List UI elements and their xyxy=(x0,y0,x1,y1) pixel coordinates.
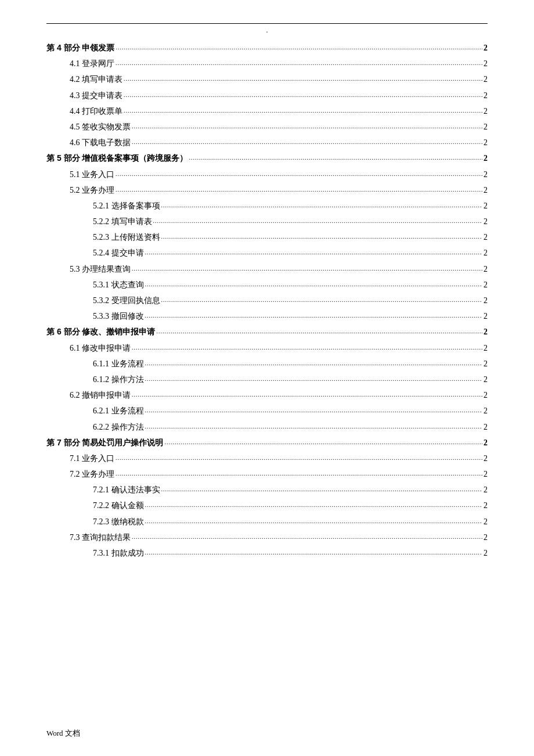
toc-item-label: 5.2.2 填写申请表 xyxy=(46,214,152,229)
toc-item-page: 2 xyxy=(484,214,488,229)
toc-item-label: 7.1 业务入口 xyxy=(46,451,114,466)
toc-item-label: 5.3.2 受理回执信息 xyxy=(46,293,160,308)
toc-dots xyxy=(132,343,482,353)
toc-item-page: 2 xyxy=(484,372,488,387)
toc-item-page: 2 xyxy=(484,388,488,402)
toc-item-label: 4.5 签收实物发票 xyxy=(46,120,131,134)
toc-item-page: 2 xyxy=(484,72,488,87)
toc-item: 7.3.1 扣款成功2 xyxy=(46,546,488,560)
toc-item-page: 2 xyxy=(484,183,488,197)
toc-item-page: 2 xyxy=(484,104,488,118)
toc-item: 4.3 提交申请表2 xyxy=(46,88,488,103)
dot-separator: . xyxy=(46,26,488,35)
toc-item-page: 2 xyxy=(484,120,488,134)
toc-dots xyxy=(116,42,482,53)
toc-item-label: 6.1 修改申报申请 xyxy=(46,341,131,355)
toc-item: 7.3 查询扣款结果2 xyxy=(46,530,488,545)
toc-item-page: 2 xyxy=(484,41,488,55)
toc-dots xyxy=(161,484,483,495)
toc-item: 7.2.1 确认违法事实2 xyxy=(46,483,488,497)
toc-dots xyxy=(116,58,482,69)
toc-item: 5.3 办理结果查询2 xyxy=(46,262,488,276)
toc-item-label: 5.2.3 上传附送资料 xyxy=(46,230,160,244)
toc-item-label: 6.2.2 操作方法 xyxy=(46,420,144,434)
toc-item-label: 4.3 提交申请表 xyxy=(46,88,122,103)
toc-item-label: 5.2 业务办理 xyxy=(46,183,114,197)
toc-dots xyxy=(116,185,482,195)
toc-item-page: 2 xyxy=(484,278,488,292)
toc-item-page: 2 xyxy=(484,88,488,103)
toc-item: 第 6 部分 修改、撤销申报申请2 xyxy=(46,325,488,339)
toc-dots xyxy=(145,358,483,369)
toc-item-label: 5.1 业务入口 xyxy=(46,167,114,182)
toc-item-page: 2 xyxy=(484,262,488,276)
toc-item: 4.4 打印收票单2 xyxy=(46,104,488,118)
toc-item-page: 2 xyxy=(484,357,488,371)
toc-dots xyxy=(132,390,482,400)
toc-dots xyxy=(145,374,483,384)
toc-item-page: 2 xyxy=(484,530,488,545)
toc-item-page: 2 xyxy=(484,151,488,165)
toc-item: 第 7 部分 简易处罚用户操作说明2 xyxy=(46,435,488,450)
toc-item-page: 2 xyxy=(484,498,488,513)
toc-item: 5.3.1 状态查询2 xyxy=(46,278,488,292)
toc-item-page: 2 xyxy=(484,341,488,355)
toc-item-page: 2 xyxy=(484,246,488,260)
toc-item-label: 7.2.1 确认违法事实 xyxy=(46,483,160,497)
toc-item-label: 第 7 部分 简易处罚用户操作说明 xyxy=(46,435,163,450)
toc-item: 7.2 业务办理2 xyxy=(46,467,488,481)
toc-dots xyxy=(116,453,482,463)
toc-dots xyxy=(132,532,482,542)
toc-item-page: 2 xyxy=(484,420,488,434)
toc-dots xyxy=(116,469,482,479)
toc-item: 6.1.2 操作方法2 xyxy=(46,372,488,387)
toc-item: 7.1 业务入口2 xyxy=(46,451,488,466)
toc-item-label: 4.1 登录网厅 xyxy=(46,56,114,71)
toc-item-page: 2 xyxy=(484,451,488,466)
toc-dots xyxy=(189,153,482,163)
toc-item: 5.1 业务入口2 xyxy=(46,167,488,182)
toc-item-label: 7.2 业务办理 xyxy=(46,467,114,481)
toc-dots xyxy=(124,106,482,116)
toc-item: 6.1 修改申报申请2 xyxy=(46,341,488,355)
toc-item-label: 4.2 填写申请表 xyxy=(46,72,122,87)
toc-item-label: 5.2.4 提交申请 xyxy=(46,246,144,260)
toc-item: 5.2 业务办理2 xyxy=(46,183,488,197)
toc-item-label: 6.2.1 业务流程 xyxy=(46,404,144,418)
toc-item: 6.2 撤销申报申请2 xyxy=(46,388,488,402)
toc-item: 5.3.3 撤回修改2 xyxy=(46,309,488,323)
table-of-contents: 第 4 部分 申领发票24.1 登录网厅24.2 填写申请表24.3 提交申请表… xyxy=(46,41,488,560)
footer-label: Word 文档 xyxy=(46,728,80,739)
toc-item-label: 4.6 下载电子数据 xyxy=(46,135,131,150)
toc-item-label: 5.2.1 选择备案事项 xyxy=(46,199,160,213)
toc-item: 5.3.2 受理回执信息2 xyxy=(46,293,488,308)
toc-item: 第 4 部分 申领发票2 xyxy=(46,41,488,55)
toc-dots xyxy=(145,548,483,558)
toc-item: 5.2.4 提交申请2 xyxy=(46,246,488,260)
toc-dots xyxy=(161,200,483,211)
toc-item-page: 2 xyxy=(484,293,488,308)
toc-item-label: 5.3 办理结果查询 xyxy=(46,262,131,276)
toc-item: 6.1.1 业务流程2 xyxy=(46,357,488,371)
toc-item: 第 5 部分 增值税备案事项（跨境服务）2 xyxy=(46,151,488,165)
page-container: . 第 4 部分 申领发票24.1 登录网厅24.2 填写申请表24.3 提交申… xyxy=(0,0,534,756)
toc-dots xyxy=(145,247,483,258)
toc-dots xyxy=(124,74,482,84)
toc-item-page: 2 xyxy=(484,230,488,244)
toc-dots xyxy=(161,232,483,242)
toc-item: 4.2 填写申请表2 xyxy=(46,72,488,87)
toc-dots xyxy=(153,216,483,226)
toc-item-label: 第 5 部分 增值税备案事项（跨境服务） xyxy=(46,151,187,165)
toc-item-page: 2 xyxy=(484,514,488,529)
toc-item: 4.5 签收实物发票2 xyxy=(46,120,488,134)
toc-item-label: 6.1.2 操作方法 xyxy=(46,372,144,387)
toc-item-label: 4.4 打印收票单 xyxy=(46,104,122,118)
toc-dots xyxy=(161,295,483,305)
toc-dots xyxy=(132,137,482,147)
toc-item: 7.2.3 缴纳税款2 xyxy=(46,514,488,529)
toc-item: 4.6 下载电子数据2 xyxy=(46,135,488,150)
toc-item-page: 2 xyxy=(484,135,488,150)
toc-item-page: 2 xyxy=(484,56,488,71)
toc-dots xyxy=(116,169,482,179)
toc-dots xyxy=(145,500,483,510)
